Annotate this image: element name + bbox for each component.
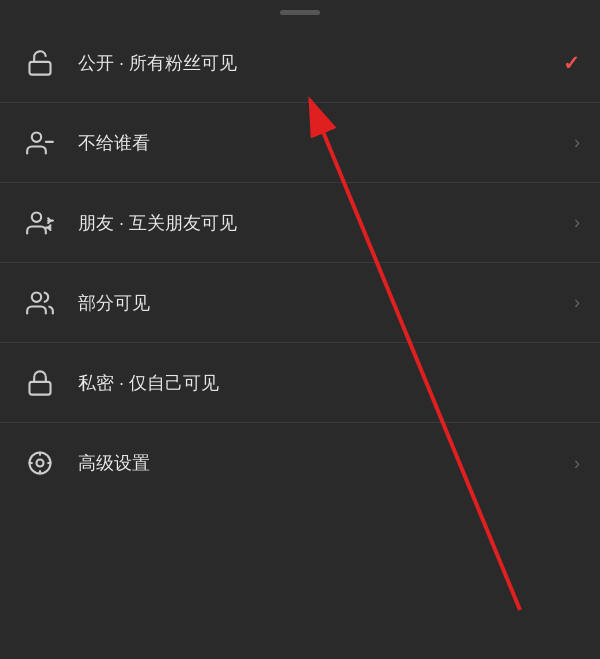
menu-item-hide-from-label: 不给谁看 <box>78 131 574 155</box>
menu-list: 公开 · 所有粉丝可见 ✓ 不给谁看 › 朋友 · 互关朋友可见 <box>0 23 600 503</box>
person-minus-icon <box>20 123 60 163</box>
menu-item-partial[interactable]: 部分可见 › <box>0 263 600 343</box>
lock-closed-icon <box>20 363 60 403</box>
lock-open-icon <box>20 43 60 83</box>
person-arrows-icon <box>20 203 60 243</box>
drag-handle <box>280 10 320 15</box>
person-partial-icon <box>20 283 60 323</box>
chevron-right-icon-4: › <box>574 453 580 474</box>
svg-point-1 <box>32 132 41 141</box>
chevron-right-icon-2: › <box>574 212 580 233</box>
menu-item-public[interactable]: 公开 · 所有粉丝可见 ✓ <box>0 23 600 103</box>
settings-circle-icon <box>20 443 60 483</box>
menu-item-private-label: 私密 · 仅自己可见 <box>78 371 580 395</box>
menu-item-friends-label: 朋友 · 互关朋友可见 <box>78 211 574 235</box>
svg-rect-5 <box>30 381 51 394</box>
menu-item-public-label: 公开 · 所有粉丝可见 <box>78 51 563 75</box>
menu-item-friends[interactable]: 朋友 · 互关朋友可见 › <box>0 183 600 263</box>
menu-item-advanced[interactable]: 高级设置 › <box>0 423 600 503</box>
menu-item-partial-label: 部分可见 <box>78 291 574 315</box>
menu-item-hide-from[interactable]: 不给谁看 › <box>0 103 600 183</box>
check-icon: ✓ <box>563 51 580 75</box>
svg-rect-0 <box>30 61 51 74</box>
chevron-right-icon: › <box>574 132 580 153</box>
chevron-right-icon-3: › <box>574 292 580 313</box>
svg-point-3 <box>32 212 41 221</box>
svg-point-4 <box>32 292 41 301</box>
svg-point-7 <box>37 460 44 467</box>
menu-item-advanced-label: 高级设置 <box>78 451 574 475</box>
menu-item-private[interactable]: 私密 · 仅自己可见 <box>0 343 600 423</box>
